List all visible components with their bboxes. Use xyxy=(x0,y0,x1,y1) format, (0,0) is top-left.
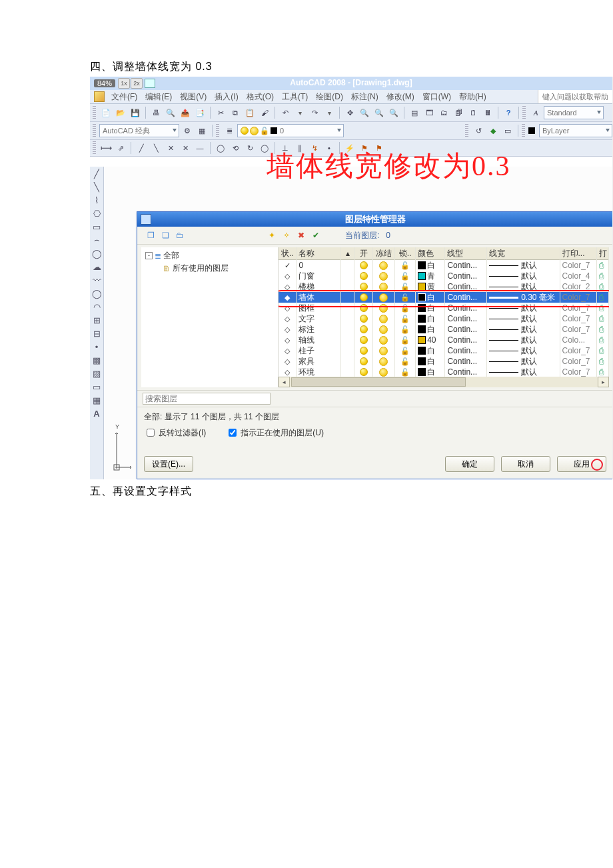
menu-window[interactable]: 窗口(W) xyxy=(418,91,455,103)
spline-tool-icon[interactable]: 〰 xyxy=(91,275,102,285)
hdr-lineweight[interactable]: 线宽 xyxy=(487,247,560,259)
text-tool-icon[interactable]: A xyxy=(91,408,102,419)
zoom-previous-icon[interactable]: 🔍 xyxy=(387,106,400,119)
copy-icon[interactable]: ⧉ xyxy=(229,106,242,119)
new-group-filter-icon[interactable]: ❏ xyxy=(160,230,171,241)
delete-layer-icon[interactable]: ✖ xyxy=(296,230,306,241)
layer-states-icon[interactable]: ◆ xyxy=(486,124,500,137)
workspace-combo[interactable]: AutoCAD 经典 xyxy=(99,124,179,137)
arc-icon[interactable]: ⟲ xyxy=(229,141,242,155)
hdr-freeze[interactable]: 冻结 xyxy=(373,247,395,259)
properties-icon[interactable]: ▤ xyxy=(408,106,421,119)
circle-icon[interactable]: ◯ xyxy=(214,141,227,155)
layer-row[interactable]: ◇文字🔓白Contin...默认Color_7⎙ xyxy=(279,313,609,324)
menu-draw[interactable]: 绘图(D) xyxy=(312,91,347,103)
polygon-tool-icon[interactable]: ⎔ xyxy=(91,208,102,219)
circle-tool-icon[interactable]: ◯ xyxy=(91,248,102,259)
hdr-status[interactable]: 状.. xyxy=(279,247,297,259)
menu-format[interactable]: 格式(O) xyxy=(243,91,278,103)
layer-row[interactable]: ◇楼梯🔓黄Contin...默认Color_2⎙ xyxy=(279,281,609,292)
ellipse-arc-tool-icon[interactable]: ◠ xyxy=(91,301,102,312)
menu-help[interactable]: 帮助(H) xyxy=(455,91,490,103)
workspace-save-icon[interactable]: ▦ xyxy=(195,124,209,137)
rotate-icon[interactable]: ↻ xyxy=(243,141,257,155)
layer-row[interactable]: ◇门窗🔓青Contin...默认Color_4⎙ xyxy=(279,271,609,281)
new-layer-icon[interactable]: ✦ xyxy=(267,230,277,241)
help-hint-box[interactable]: 键入问题以获取帮助 xyxy=(538,90,612,103)
indicate-in-use-checkbox[interactable]: 指示正在使用的图层(U) xyxy=(226,427,324,439)
undo-icon[interactable]: ↶ xyxy=(279,106,292,119)
line-icon[interactable]: ╱ xyxy=(135,141,148,155)
layer-grid[interactable]: 状.. 名称 ▴ 开 冻结 锁.. 颜色 线型 线宽 打印... 打 ✓0🔓白C… xyxy=(279,247,609,387)
print-icon[interactable]: 🖶 xyxy=(149,106,163,119)
plot-preview-icon[interactable]: 🔍 xyxy=(164,106,177,119)
grid-scrollbar[interactable]: ◂ ▸ xyxy=(279,377,609,387)
zoom-realtime-icon[interactable]: 🔍 xyxy=(358,106,371,119)
make-block-tool-icon[interactable]: ⊟ xyxy=(91,328,102,339)
help-icon[interactable]: ? xyxy=(502,106,515,119)
hdr-plotstyle[interactable]: 打印... xyxy=(560,247,597,259)
insert-block-tool-icon[interactable]: ⊞ xyxy=(91,315,102,325)
filter-tree[interactable]: - ≣ 全部 🗎 所有使用的图层 xyxy=(141,247,279,387)
text-style-icon[interactable]: A xyxy=(529,106,542,119)
zoom-window-icon[interactable]: 🔍 xyxy=(372,106,386,119)
search-layer-input[interactable] xyxy=(143,393,271,405)
ellipse-tool-icon[interactable]: ◯ xyxy=(91,288,102,299)
hdr-plot[interactable]: 打 xyxy=(597,247,609,259)
scroll-thumb[interactable] xyxy=(291,377,466,387)
open-icon[interactable]: 📂 xyxy=(114,106,127,119)
menu-file[interactable]: 文件(F) xyxy=(107,91,141,103)
layer-row[interactable]: ◆墙体🔓白Contin...0.30 毫米Color_7⎙ xyxy=(279,292,609,303)
new-property-filter-icon[interactable]: ❐ xyxy=(145,230,156,241)
calculator-icon[interactable]: 🖩 xyxy=(481,106,494,119)
save-icon[interactable]: 💾 xyxy=(129,106,142,119)
set-current-icon[interactable]: ✔ xyxy=(310,230,321,241)
toolbar-grip[interactable] xyxy=(216,124,219,137)
scroll-right-icon[interactable]: ▸ xyxy=(598,377,609,387)
construction-line-icon[interactable]: ╲ xyxy=(149,141,163,155)
color-combo[interactable]: ByLayer xyxy=(539,124,612,137)
tool-palettes-icon[interactable]: 🗂 xyxy=(437,106,450,119)
pan-icon[interactable]: ✥ xyxy=(343,106,356,119)
new-icon[interactable]: 📄 xyxy=(99,106,113,119)
apply-button[interactable]: 应用 xyxy=(557,456,606,472)
menu-dimension[interactable]: 标注(N) xyxy=(347,91,382,103)
hdr-lock[interactable]: 锁.. xyxy=(395,247,416,259)
cancel-button[interactable]: 取消 xyxy=(501,456,550,472)
hdr-name[interactable]: 名称 xyxy=(297,247,341,259)
hdr-color[interactable]: 颜色 xyxy=(416,247,445,259)
dim-linear-icon[interactable]: ⟼ xyxy=(99,141,113,155)
text-style-combo[interactable]: Standard xyxy=(544,106,604,119)
layer-previous-icon[interactable]: ↺ xyxy=(472,124,485,137)
menu-edit[interactable]: 编辑(E) xyxy=(141,91,176,103)
sheet-set-icon[interactable]: 🗐 xyxy=(452,106,465,119)
publish-icon[interactable]: 📤 xyxy=(179,106,192,119)
toolbar-grip[interactable] xyxy=(93,124,96,137)
layer-combo[interactable]: 🔓 0 xyxy=(237,124,344,137)
line-tool-icon[interactable]: ╱ xyxy=(91,168,102,179)
menu-modify[interactable]: 修改(M) xyxy=(382,91,418,103)
menu-view[interactable]: 视图(V) xyxy=(176,91,211,103)
toolbar-grip[interactable] xyxy=(93,106,96,119)
toolbar-grip[interactable] xyxy=(522,124,525,137)
extend-icon[interactable]: ✕ xyxy=(179,141,192,155)
menu-tools[interactable]: 工具(T) xyxy=(278,91,312,103)
dialog-titlebar[interactable]: 图层特性管理器 xyxy=(137,212,613,227)
menu-insert[interactable]: 插入(I) xyxy=(211,91,242,103)
layer-row[interactable]: ◇环境🔓白Contin...默认Color_7⎙ xyxy=(279,367,609,377)
invert-filter-checkbox[interactable]: 反转过滤器(I) xyxy=(144,427,206,439)
xline-tool-icon[interactable]: ╲ xyxy=(91,181,102,192)
toolbar-grip[interactable] xyxy=(93,141,96,155)
paste-icon[interactable]: 📋 xyxy=(243,106,257,119)
gradient-tool-icon[interactable]: ▨ xyxy=(91,368,102,379)
undo-dropdown-icon[interactable]: ▾ xyxy=(293,106,306,119)
region-tool-icon[interactable]: ▭ xyxy=(91,381,102,392)
layer-row[interactable]: ✓0🔓白Contin...默认Color_7⎙ xyxy=(279,260,609,271)
markup-icon[interactable]: 🗒 xyxy=(466,106,480,119)
dim-aligned-icon[interactable]: ⇗ xyxy=(114,141,127,155)
revcloud-tool-icon[interactable]: ☁ xyxy=(91,261,102,272)
hdr-linetype[interactable]: 线型 xyxy=(445,247,487,259)
table-tool-icon[interactable]: ▦ xyxy=(91,395,102,405)
workspace-settings-icon[interactable]: ⚙ xyxy=(181,124,194,137)
layer-manager-icon[interactable]: ≣ xyxy=(223,124,236,137)
